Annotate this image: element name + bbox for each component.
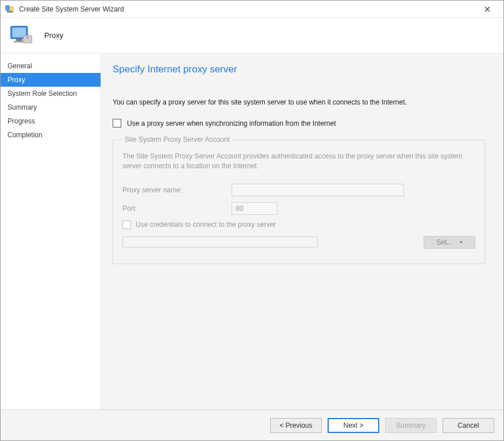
summary-button: Summary (385, 418, 437, 433)
proxy-account-legend: Site System Proxy Server Account (122, 136, 232, 144)
use-proxy-checkbox-label: Use a proxy server when synchronizing in… (127, 119, 336, 127)
window-title: Create Site System Server Wizard (19, 5, 124, 13)
proxy-port-input (232, 202, 278, 215)
use-credentials-checkbox (122, 220, 131, 229)
svg-rect-1 (10, 7, 13, 11)
wizard-icon (5, 5, 14, 14)
close-button[interactable] (476, 1, 499, 18)
monitor-icon (9, 23, 34, 48)
sidebar-item-summary[interactable]: Summary (1, 100, 101, 114)
svg-point-8 (27, 37, 28, 38)
proxy-account-input (122, 237, 318, 247)
svg-rect-6 (14, 41, 24, 42)
wizard-sidebar: General Proxy System Role Selection Summ… (1, 53, 101, 409)
sidebar-item-general[interactable]: General (1, 59, 101, 73)
wizard-content: Specify Internet proxy server You can sp… (101, 53, 503, 409)
svg-rect-0 (6, 6, 9, 10)
page-title: Specify Internet proxy server (113, 64, 485, 75)
proxy-account-fieldset: Site System Proxy Server Account The Sit… (113, 136, 485, 264)
svg-rect-2 (7, 11, 13, 13)
proxy-server-name-input (232, 184, 404, 196)
current-step-name: Proxy (44, 31, 63, 40)
sidebar-item-proxy[interactable]: Proxy (1, 73, 101, 87)
set-account-button: Set... ▾ (424, 236, 475, 249)
wizard-header: Proxy (1, 18, 503, 53)
chevron-down-icon: ▾ (460, 239, 463, 245)
set-account-button-label: Set... (436, 238, 452, 246)
use-credentials-label: Use credentials to connect to the proxy … (136, 220, 276, 229)
proxy-port-label: Port: (122, 204, 232, 212)
next-button[interactable]: Next > (328, 418, 379, 433)
sidebar-item-system-role-selection[interactable]: System Role Selection (1, 87, 101, 100)
wizard-footer: < Previous Next > Summary Cancel (1, 409, 503, 440)
previous-button[interactable]: < Previous (270, 418, 322, 433)
svg-rect-5 (16, 38, 22, 41)
sidebar-item-completion[interactable]: Completion (1, 128, 101, 142)
proxy-server-name-label: Proxy server name: (122, 186, 232, 194)
cancel-button[interactable]: Cancel (443, 418, 494, 433)
use-proxy-checkbox[interactable] (113, 119, 121, 127)
svg-rect-7 (24, 36, 32, 43)
titlebar: Create Site System Server Wizard (1, 1, 503, 18)
sidebar-item-progress[interactable]: Progress (1, 114, 101, 128)
proxy-account-description: The Site System Proxy Server Account pro… (122, 152, 475, 171)
page-description: You can specify a proxy server for this … (113, 98, 485, 106)
